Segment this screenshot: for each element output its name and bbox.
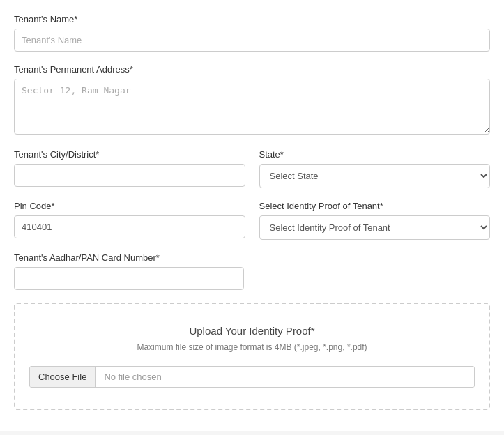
pincode-label: Pin Code*: [14, 201, 245, 211]
identity-proof-select[interactable]: Select Identity Proof of Tenant Aadhar C…: [259, 215, 491, 240]
pincode-group: Pin Code*: [14, 201, 245, 240]
choose-file-button[interactable]: Choose File: [30, 367, 96, 387]
pincode-identity-row: Pin Code* Select Identity Proof of Tenan…: [14, 201, 490, 252]
tenant-address-label: Tenant's Permanent Address*: [14, 64, 490, 75]
upload-title: Upload Your Identity Proof*: [29, 325, 475, 337]
tenant-name-group: Tenant's Name*: [14, 14, 490, 52]
city-state-row: Tenant's City/District* State* Select St…: [14, 149, 490, 201]
identity-proof-label: Select Identity Proof of Tenant*: [259, 201, 491, 211]
tenant-name-label: Tenant's Name*: [14, 14, 490, 24]
tenant-name-input[interactable]: [14, 29, 490, 52]
tenant-city-group: Tenant's City/District*: [14, 149, 245, 188]
upload-subtitle: Maximum file size of image format is 4MB…: [29, 342, 475, 352]
tenant-city-input[interactable]: [14, 164, 245, 187]
file-name-display: No file chosen: [96, 367, 474, 387]
aadhar-label: Tenant's Aadhar/PAN Card Number*: [14, 252, 490, 263]
upload-area: Upload Your Identity Proof* Maximum file…: [14, 303, 490, 410]
tenant-address-input[interactable]: [14, 79, 490, 135]
state-group: State* Select State Andhra Pradesh Mahar…: [259, 149, 491, 188]
tenant-address-group: Tenant's Permanent Address*: [14, 64, 490, 137]
tenant-city-label: Tenant's City/District*: [14, 149, 245, 160]
file-input-wrapper: Choose File No file chosen: [29, 366, 475, 388]
aadhar-input[interactable]: [14, 267, 244, 290]
aadhar-group: Tenant's Aadhar/PAN Card Number*: [14, 252, 490, 290]
form-container: Tenant's Name* Tenant's Permanent Addres…: [0, 0, 504, 431]
identity-proof-group: Select Identity Proof of Tenant* Select …: [259, 201, 491, 240]
state-select[interactable]: Select State Andhra Pradesh Maharashtra …: [259, 164, 491, 188]
state-label: State*: [259, 149, 491, 160]
pincode-input[interactable]: [14, 215, 245, 238]
